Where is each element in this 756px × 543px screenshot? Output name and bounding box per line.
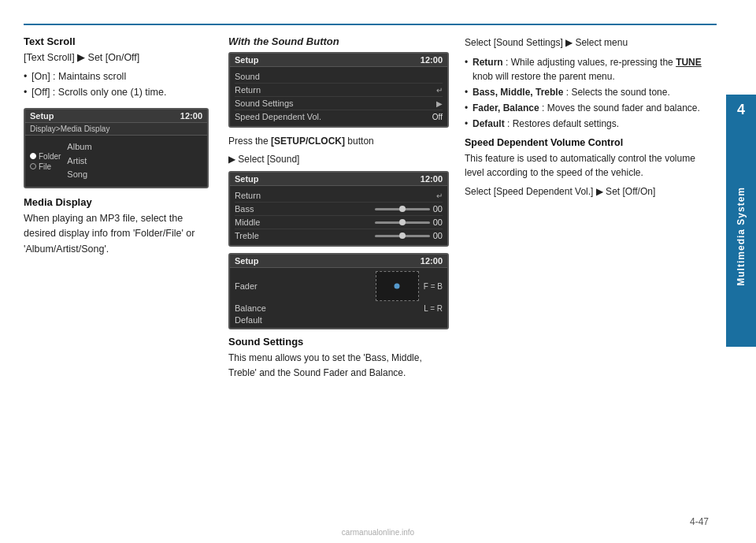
row-return-label: Return bbox=[235, 85, 261, 95]
eq-treble-label: Treble bbox=[235, 231, 259, 240]
balance-row-control: L = R bbox=[288, 304, 443, 313]
screen-row-return: Return ↵ bbox=[235, 84, 443, 97]
middle-slider-thumb bbox=[399, 219, 406, 225]
bass-treble-bold: Bass, Middle, Treble bbox=[472, 87, 563, 98]
default-row-label: Default bbox=[235, 315, 286, 325]
media-display-screen: Setup 12:00 Display>Media Display Folder… bbox=[24, 108, 209, 188]
screen-row-sound: Sound bbox=[235, 70, 443, 84]
bullet-fader-balance: Fader, Balance : Moves the sound fader a… bbox=[465, 101, 713, 115]
sound-settings-heading: Sound Settings bbox=[228, 336, 449, 348]
option-album: Album bbox=[67, 140, 91, 154]
sound-menu-screen: Setup 12:00 Sound Return ↵ Sound Setting… bbox=[228, 52, 449, 128]
media-body: Folder File Album Artist Song bbox=[25, 136, 207, 187]
bass-slider: 00 bbox=[375, 204, 443, 214]
fader-header-time: 12:00 bbox=[421, 256, 443, 266]
speed-dep-select: Select [Speed Dependent Vol.] ▶ Set [Off… bbox=[465, 184, 713, 199]
top-decorative-line bbox=[24, 24, 717, 25]
treble-slider-track bbox=[375, 235, 430, 237]
chapter-tab: 4 Multimedia System bbox=[726, 95, 756, 347]
option-artist: Artist bbox=[67, 154, 91, 169]
sound-menu-header: Setup 12:00 bbox=[230, 54, 447, 67]
eq-return-arrow: ↵ bbox=[436, 192, 443, 200]
media-screen-header: Setup 12:00 bbox=[25, 110, 207, 123]
fader-row-label: Fader bbox=[235, 281, 286, 291]
fader-header: Setup 12:00 bbox=[230, 255, 447, 268]
media-radio-group: Folder File bbox=[30, 152, 61, 171]
eq-header: Setup 12:00 bbox=[230, 173, 447, 186]
left-column: Text Scroll [Text Scroll] ▶ Set [On/Off]… bbox=[24, 35, 220, 511]
eq-row-bass: Bass 00 bbox=[235, 203, 443, 216]
media-header-time: 12:00 bbox=[180, 111, 202, 121]
fader-body: Fader F = B Balance L = R Default bbox=[230, 268, 447, 328]
bullet-return-bold: Return bbox=[472, 57, 503, 68]
media-display-heading: Media Display bbox=[24, 196, 209, 208]
eq-return-label: Return bbox=[235, 191, 261, 200]
balance-row-label: Balance bbox=[235, 303, 286, 313]
press-text: Press the [SETUP/CLOCK] button bbox=[228, 134, 449, 149]
treble-slider: 00 bbox=[375, 231, 443, 240]
radio-folder: Folder bbox=[30, 152, 61, 161]
press-bold: [SETUP/CLOCK] bbox=[271, 136, 345, 147]
treble-value: 00 bbox=[433, 231, 443, 240]
sound-menu-header-label: Setup bbox=[235, 55, 259, 65]
row-return-arrow: ↵ bbox=[436, 86, 443, 95]
option-song: Song bbox=[67, 168, 91, 182]
sound-menu-header-time: 12:00 bbox=[421, 55, 443, 65]
sound-menu-body: Sound Return ↵ Sound Settings ▶ Speed De… bbox=[230, 67, 447, 126]
eq-header-time: 12:00 bbox=[421, 174, 443, 184]
sound-settings-desc: This menu allows you to set the 'Bass, M… bbox=[228, 351, 449, 380]
bullet-on: [On] : Maintains scroll bbox=[24, 69, 209, 84]
bullet-off: [Off] : Scrolls only one (1) time. bbox=[24, 85, 209, 100]
text-scroll-heading: Text Scroll bbox=[24, 35, 209, 47]
press-prefix: Press the bbox=[228, 136, 271, 147]
balance-value: L = R bbox=[424, 304, 443, 313]
main-content: Text Scroll [Text Scroll] ▶ Set [On/Off]… bbox=[24, 35, 713, 511]
treble-slider-thumb bbox=[399, 232, 406, 239]
radio-folder-label: Folder bbox=[39, 152, 61, 161]
media-path: Display>Media Display bbox=[25, 123, 207, 136]
eq-bass-label: Bass bbox=[235, 204, 254, 214]
fader-balance-bold: Fader, Balance bbox=[472, 102, 539, 113]
screen-row-speed: Speed Dependent Vol. Off bbox=[235, 110, 443, 123]
default-bold: Default bbox=[472, 118, 505, 129]
media-display-desc: When playing an MP3 file, select the des… bbox=[24, 211, 209, 257]
tune-knob-label: TUNE bbox=[676, 57, 702, 68]
row-settings-arrow: ▶ bbox=[436, 99, 443, 108]
fader-dot bbox=[395, 284, 400, 289]
bullet-bass-treble: Bass, Middle, Treble : Selects the sound… bbox=[465, 85, 713, 99]
select-sound-text: ▶ Select [Sound] bbox=[228, 152, 449, 167]
media-options: Album Artist Song bbox=[67, 140, 91, 182]
row-speed-label: Speed Dependent Vol. bbox=[235, 112, 321, 121]
text-scroll-bullets: [On] : Maintains scroll [Off] : Scrolls … bbox=[24, 69, 209, 100]
bass-slider-thumb bbox=[399, 206, 406, 212]
speed-dep-heading: Speed Dependent Volume Control bbox=[465, 137, 713, 148]
page-number: 4-47 bbox=[690, 516, 709, 527]
fader-grid bbox=[376, 271, 419, 301]
middle-slider-track bbox=[375, 221, 430, 224]
watermark: carmanualonline.info bbox=[342, 528, 414, 537]
radio-file-circle bbox=[30, 163, 36, 169]
chapter-number: 4 bbox=[726, 95, 756, 125]
right-column: Select [Sound Settings] ▶ Select menu Re… bbox=[457, 35, 713, 511]
middle-value: 00 bbox=[433, 218, 443, 227]
eq-header-label: Setup bbox=[235, 174, 259, 184]
select-sound-settings-text: Select [Sound Settings] ▶ Select menu bbox=[465, 35, 713, 50]
row-speed-value: Off bbox=[432, 113, 443, 121]
equalizer-screen: Setup 12:00 Return ↵ Bass 00 Middle bbox=[228, 171, 449, 247]
radio-file: File bbox=[30, 162, 61, 171]
fader-header-label: Setup bbox=[235, 256, 259, 266]
bass-slider-track bbox=[375, 208, 430, 210]
speed-dep-desc: This feature is used to automatically co… bbox=[465, 151, 713, 180]
sound-button-title: With the Sound Button bbox=[228, 35, 449, 47]
media-header-label: Setup bbox=[30, 111, 54, 121]
eq-row-return: Return ↵ bbox=[235, 189, 443, 203]
row-settings-label: Sound Settings bbox=[235, 99, 294, 108]
middle-column: With the Sound Button Setup 12:00 Sound … bbox=[220, 35, 457, 511]
sound-settings-bullets: Return : While adjusting values, re-pres… bbox=[465, 55, 713, 131]
eq-middle-label: Middle bbox=[235, 218, 260, 227]
radio-folder-circle bbox=[30, 153, 36, 159]
radio-file-label: File bbox=[39, 162, 51, 171]
eq-row-middle: Middle 00 bbox=[235, 216, 443, 229]
screen-row-settings: Sound Settings ▶ bbox=[235, 97, 443, 110]
fader-row-control: F = B bbox=[288, 271, 443, 301]
